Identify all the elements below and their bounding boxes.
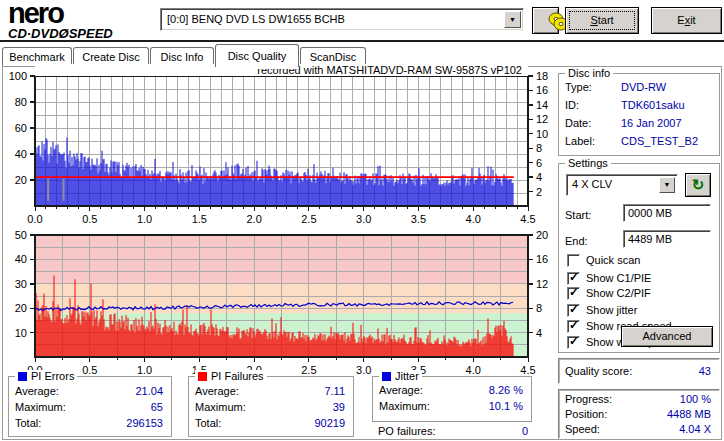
nero-logo-text: nero — [8, 1, 158, 26]
pi-errors-total: 296153 — [126, 416, 163, 431]
nero-logo: nero CD·DVDØSPEED — [8, 1, 158, 41]
start-position-input[interactable]: 0000 MB — [623, 204, 711, 222]
scan-speed-value: 4 X CLV — [572, 178, 612, 190]
disc-type-value: DVD-RW — [621, 80, 666, 95]
disc-label-row: Label:CDS_TEST_B2 — [565, 134, 711, 149]
cd-dvd-speed-logo-text: CD·DVDØSPEED — [8, 26, 158, 41]
svg-text:4: 4 — [536, 171, 542, 183]
progress-row: Progress:100 % — [565, 392, 711, 407]
svg-text:3.5: 3.5 — [411, 213, 426, 225]
drive-select[interactable]: [0:0] BENQ DVD LS DW1655 BCHB ▼ — [160, 8, 524, 31]
svg-text:8: 8 — [536, 302, 542, 314]
disc-id-row: ID:TDK601saku — [565, 98, 711, 113]
pi-failures-average: 7.11 — [324, 384, 345, 399]
svg-text:40: 40 — [15, 148, 27, 160]
show-c2-pif-checkbox[interactable] — [567, 287, 580, 300]
show-write-speed-checkbox[interactable] — [567, 336, 580, 349]
disc-type-row: Type:DVD-RW — [565, 80, 711, 95]
svg-text:1.0: 1.0 — [137, 364, 152, 375]
pi-failures-legend-swatch — [198, 372, 207, 381]
nero-cd-dvd-speed-window: nero CD·DVDØSPEED [0:0] BENQ DVD LS DW16… — [0, 0, 724, 441]
status-box: Progress:100 % Position:4488 MB Speed:4.… — [558, 389, 720, 439]
svg-text:12: 12 — [536, 113, 548, 125]
quality-score-box: Quality score:43 — [558, 358, 720, 384]
disc-date-value: 16 Jan 2007 — [621, 116, 682, 131]
show-c1-pie-checkbox[interactable] — [567, 272, 580, 285]
jitter-maximum: 10.1 % — [489, 399, 523, 414]
svg-text:2.5: 2.5 — [301, 364, 316, 375]
svg-text:20: 20 — [15, 302, 27, 314]
drive-select-dropdown-arrow-icon[interactable]: ▼ — [504, 11, 521, 28]
svg-text:14: 14 — [536, 99, 548, 111]
start-button[interactable]: Start — [565, 7, 639, 34]
show-c2-pif-row: Show C2/PIF — [567, 287, 651, 301]
po-failures-value: 0 — [522, 425, 528, 437]
svg-text:8: 8 — [536, 142, 542, 154]
refresh-button[interactable]: ↻ — [685, 173, 711, 197]
po-failures-row: PO failures: 0 — [378, 425, 528, 437]
quality-score-value: 43 — [699, 363, 711, 379]
advanced-button[interactable]: Advanced — [621, 326, 713, 347]
disc-info-title: Disc info — [565, 67, 613, 79]
svg-text:20: 20 — [15, 174, 27, 186]
quality-score-label: Quality score: — [565, 365, 632, 377]
svg-text:2.0: 2.0 — [246, 213, 261, 225]
pif-jitter-scan-chart: 1020304050481216200.00.51.01.52.02.53.03… — [0, 225, 558, 375]
start-button-focus-rect — [569, 11, 635, 30]
quick-scan-row: Quick scan — [567, 254, 640, 268]
svg-text:4.0: 4.0 — [466, 213, 481, 225]
svg-text:16: 16 — [536, 84, 548, 96]
pi-errors-maximum: 65 — [151, 400, 163, 415]
position-row: Position:4488 MB — [565, 407, 711, 422]
show-jitter-checkbox[interactable] — [567, 304, 580, 317]
pi-errors-legend-swatch — [18, 372, 27, 381]
disc-id-value: TDK601saku — [621, 98, 685, 113]
end-position-input[interactable]: 4489 MB — [623, 230, 711, 248]
pi-errors-average: 21.04 — [135, 384, 163, 399]
refresh-icon: ↻ — [692, 176, 705, 193]
svg-text:10: 10 — [536, 128, 548, 140]
disc-info-group: Disc info Type:DVD-RW ID:TDK601saku Date… — [558, 73, 720, 156]
speed-row: Speed:4.04 X — [565, 422, 711, 437]
svg-text:6: 6 — [536, 157, 542, 169]
svg-text:0.5: 0.5 — [82, 213, 97, 225]
svg-text:3.0: 3.0 — [356, 213, 371, 225]
header-bar: nero CD·DVDØSPEED [0:0] BENQ DVD LS DW16… — [0, 0, 724, 42]
pi-failures-stats-box: PI Failures Average:7.11 Maximum:39 Tota… — [188, 376, 354, 437]
show-read-speed-checkbox[interactable] — [567, 320, 580, 333]
exit-button-label: it — [690, 14, 696, 26]
svg-text:0.0: 0.0 — [27, 213, 42, 225]
scan-speed-dropdown-arrow-icon[interactable]: ▼ — [659, 177, 675, 193]
svg-text:50: 50 — [15, 229, 27, 241]
scan-speed-select[interactable]: 4 X CLV ▼ — [566, 174, 678, 196]
svg-text:0.5: 0.5 — [82, 364, 97, 375]
svg-text:40: 40 — [15, 253, 27, 265]
svg-text:4.5: 4.5 — [520, 364, 535, 375]
svg-text:60: 60 — [15, 122, 27, 134]
pi-errors-stats-box: PI Errors Average:21.04 Maximum:65 Total… — [8, 376, 172, 437]
jitter-title: Jitter — [395, 370, 419, 382]
svg-text:4: 4 — [536, 327, 542, 339]
tab-disc-quality[interactable]: Disc Quality — [215, 44, 299, 67]
svg-text:1.5: 1.5 — [192, 213, 207, 225]
disc-label-value: CDS_TEST_B2 — [621, 134, 698, 149]
jitter-legend-swatch — [382, 372, 391, 381]
svg-text:2.5: 2.5 — [301, 213, 316, 225]
exit-button[interactable]: Exit — [651, 7, 722, 34]
svg-text:20: 20 — [536, 229, 548, 241]
show-jitter-row: Show jitter — [567, 304, 637, 318]
jitter-average: 8.26 % — [489, 383, 523, 398]
disc-date-row: Date:16 Jan 2007 — [565, 116, 711, 131]
eject-disc-button[interactable] — [532, 7, 559, 34]
svg-text:2: 2 — [536, 186, 542, 198]
progress-value: 100 % — [680, 392, 711, 407]
svg-text:3.0: 3.0 — [356, 364, 371, 375]
quick-scan-checkbox[interactable] — [567, 254, 580, 267]
pi-failures-title: PI Failures — [211, 370, 264, 382]
pie-scan-chart: 20406080100246810121416180.00.51.01.52.0… — [0, 67, 558, 225]
svg-text:1.0: 1.0 — [137, 213, 152, 225]
svg-text:30: 30 — [15, 278, 27, 290]
svg-text:18: 18 — [536, 70, 548, 82]
svg-text:10: 10 — [15, 327, 27, 339]
jitter-stats-box: Jitter Average:8.26 % Maximum:10.1 % — [372, 376, 532, 422]
